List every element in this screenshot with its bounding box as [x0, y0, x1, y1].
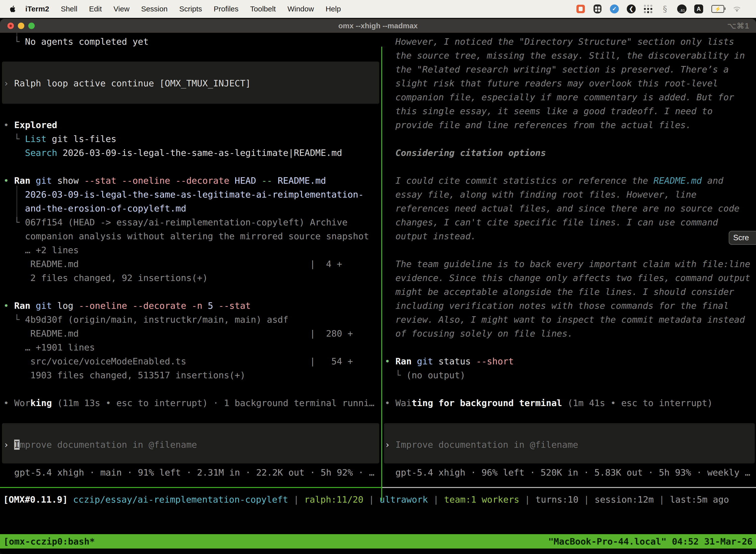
dots-grid-icon[interactable]: [643, 4, 653, 14]
terminal-line: 2026-03-09-is-legal-the-same-as-legitima…: [3, 188, 381, 202]
terminal-line: • Ran git show --stat --oneline --decora…: [3, 174, 381, 188]
terminal-line: └ List git ls-files: [3, 132, 381, 146]
tmux-session-label: [omx-cczip0:bash*: [3, 536, 95, 547]
menu-item[interactable]: Session: [141, 5, 168, 13]
terminal-line: of focusing solely on file lines.: [385, 327, 756, 340]
terminal-line: • Ran git log --oneline --decorate -n 5 …: [3, 299, 381, 313]
menu-item[interactable]: Scripts: [179, 5, 202, 13]
battery-icon[interactable]: ⚡: [711, 4, 725, 14]
terminal-line: └ (no output): [385, 368, 756, 382]
pane-divider[interactable]: [381, 47, 382, 501]
terminal-line: and-the-erosion-of-copyleft.md: [3, 202, 381, 215]
terminal-line: gpt-5.4 xhigh · 96% left · 520K in · 5.8…: [385, 466, 756, 480]
window-titlebar: omx --xhigh --madmax ⌥⌘1: [0, 19, 756, 33]
menu-item[interactable]: Shell: [61, 5, 77, 13]
terminal-line: changes, I can't cite specific file line…: [385, 215, 756, 229]
terminal-line: essay file, along with finding root file…: [385, 188, 756, 202]
pane-bottom-border-active: [0, 487, 382, 488]
terminal-line: the source tree, missing the essay. Stil…: [385, 49, 756, 63]
terminal-line: I could cite commit statistics or refere…: [385, 174, 756, 188]
screen-share-overlay[interactable]: Scre: [729, 231, 756, 245]
menu-status-icons: ✓ ❮ § ..61 A ⚡: [576, 4, 742, 14]
menu-items: iTerm2ShellEditViewSessionScriptsProfile…: [25, 5, 341, 13]
terminal-line: output instead.: [385, 229, 756, 243]
menu-item[interactable]: Profiles: [213, 5, 238, 13]
terminal-line: README.md | 4 +: [3, 257, 381, 271]
chat-app-icon[interactable]: [576, 4, 585, 14]
counter-icon[interactable]: ..61: [677, 4, 687, 14]
terminal-area: └ No agents completed yet› Ralph loop ac…: [0, 33, 756, 487]
wifi-icon[interactable]: [732, 4, 742, 14]
terminal-line: references need actual files, and since …: [385, 202, 756, 215]
pane-bottom-border-inactive: [382, 487, 756, 488]
terminal-line: review. Also, I might want to inspect th…: [385, 313, 756, 327]
terminal-line: companion file, especially if more comme…: [385, 90, 756, 104]
terminal-line: including verification notes with those …: [385, 299, 756, 313]
squiggle-icon[interactable]: §: [660, 4, 670, 14]
terminal-line: … +2 lines: [3, 243, 381, 257]
menu-item[interactable]: Window: [288, 5, 314, 13]
menu-item[interactable]: Edit: [89, 5, 102, 13]
terminal-line: › Improve documentation in @filename: [3, 438, 381, 452]
window-shortcut: ⌥⌘1: [727, 21, 750, 31]
terminal-line: evidence. Since this change only affects…: [385, 271, 756, 285]
menu-item[interactable]: iTerm2: [25, 5, 49, 13]
terminal-line: › Improve documentation in @filename: [385, 438, 756, 452]
badge-icon[interactable]: ✓: [610, 4, 619, 14]
terminal-line: • Working (11m 13s • esc to interrupt) ·…: [3, 396, 381, 410]
a-icon[interactable]: A: [694, 4, 703, 14]
window-title: omx --xhigh --madmax: [0, 21, 756, 30]
terminal-line: src/voice/voiceModeEnabled.ts | 54 +: [3, 354, 381, 368]
menu-item[interactable]: View: [114, 5, 129, 13]
shield-icon[interactable]: [593, 4, 602, 14]
terminal-line: README.md | 280 +: [3, 327, 381, 340]
keyboard-maestro-icon[interactable]: ❮: [627, 4, 636, 14]
apple-icon[interactable]: [9, 5, 16, 13]
terminal-line: └ 4b9d30f (origin/main, instructkr/main,…: [3, 313, 381, 327]
tmux-pane-left[interactable]: └ No agents completed yet› Ralph loop ac…: [0, 33, 381, 487]
terminal-line: However, I noticed the "Directory Struct…: [385, 35, 756, 49]
terminal-line: └ 067f154 (HEAD -> essay/ai-reimplementa…: [3, 215, 381, 229]
terminal-line: companion analysis without altering the …: [3, 229, 381, 243]
omx-status-line: [OMX#0.11.9] cczip/essay/ai-reimplementa…: [3, 493, 729, 507]
terminal-line: └ No agents completed yet: [3, 35, 381, 49]
terminal-line: • Ran git status --short: [385, 354, 756, 368]
menu-item[interactable]: Toolbelt: [250, 5, 276, 13]
terminal-line: … +1901 lines: [3, 340, 381, 354]
terminal-line: 2 files changed, 92 insertions(+): [3, 271, 381, 285]
terminal-line: Considering citation options: [385, 146, 756, 160]
tmux-pane-right[interactable]: However, I noticed the "Directory Struct…: [383, 33, 756, 487]
menu-bar: iTerm2ShellEditViewSessionScriptsProfile…: [0, 0, 756, 18]
terminal-line: • Explored: [3, 118, 381, 132]
terminal-line: gpt-5.4 xhigh · main · 91% left · 2.31M …: [3, 466, 381, 480]
terminal-line: 1903 files changed, 513517 insertions(+): [3, 368, 381, 382]
terminal-line: this single essay, it seems like a good …: [385, 104, 756, 118]
terminal-line: might be acceptable alongside the file l…: [385, 285, 756, 299]
tmux-status-bar: [omx-cczip0:bash* "MacBook-Pro-44.local"…: [0, 534, 756, 549]
tmux-host-clock: "MacBook-Pro-44.local" 04:52 31-Mar-26: [548, 536, 753, 547]
terminal-line: The team guideline is to back every impo…: [385, 257, 756, 271]
iterm-window: omx --xhigh --madmax ⌥⌘1 └ No agents com…: [0, 19, 756, 554]
terminal-line: the "Related research writing" section i…: [385, 63, 756, 76]
menu-item[interactable]: Help: [326, 5, 341, 13]
terminal-line: provide file and line references from th…: [385, 118, 756, 132]
terminal-line: • Waiting for background terminal (1m 41…: [385, 396, 756, 410]
terminal-line: slight risk that future readers may over…: [385, 76, 756, 90]
terminal-line: Search 2026-03-09-is-legal-the-same-as-l…: [3, 146, 381, 160]
terminal-line: › Ralph loop active continue [OMX_TMUX_I…: [3, 76, 381, 90]
